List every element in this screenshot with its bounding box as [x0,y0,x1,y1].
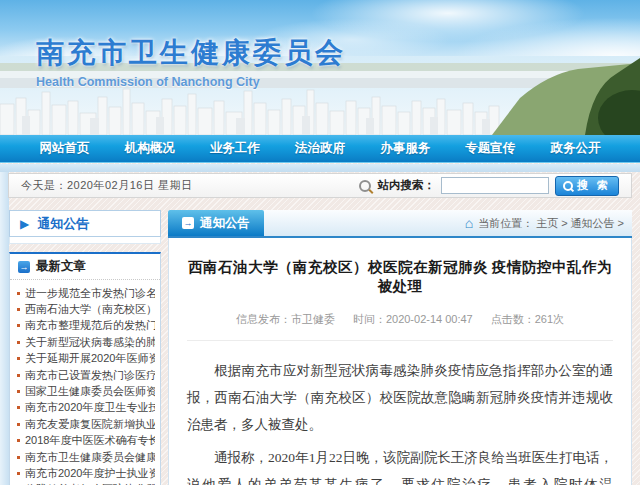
latest-article-link[interactable]: 国家卫生健康委员会医师资格考 [17,383,155,399]
search-icon [359,180,371,192]
nav-item[interactable]: 专题宣传 [465,140,515,157]
bullet-icon [17,292,20,295]
latest-article-link[interactable]: 南充市2020年度卫生专业技术资 [17,400,155,416]
article-body: 根据南充市应对新型冠状病毒感染肺炎疫情应急指挥部办公室的通报，西南石油大学（南充… [187,341,613,485]
breadcrumb: ⌂ 当前位置： 主页 > 通知公告 > [465,216,632,231]
bullet-icon [17,423,20,426]
nav-item[interactable]: 业务工作 [210,140,260,157]
sidebar-spacer [9,237,161,244]
tab-label: 通知公告 [200,215,250,232]
breadcrumb-home-link[interactable]: 主页 [536,216,558,231]
latest-article-link[interactable]: 南充市已设置发热门诊医疗机构 [17,367,155,383]
search-button-icon [563,181,573,191]
tab-arrow-icon: → [182,217,194,229]
breadcrumb-prefix: 当前位置： [478,216,533,231]
search-label: 站内搜索： [377,178,435,193]
content-tabbar: → 通知公告 ⌂ 当前位置： 主页 > 通知公告 > [168,210,632,238]
search-button[interactable]: 搜 索 [555,176,619,196]
search-button-label: 搜 索 [577,178,611,193]
left-gutter [0,166,9,485]
bullet-icon [17,406,20,409]
bullet-icon [17,308,20,311]
play-arrow-icon: ▶ [20,218,29,230]
bullet-icon [17,390,20,393]
latest-articles-title: 最新文章 [36,258,86,275]
breadcrumb-current-link[interactable]: 通知公告 [571,216,615,231]
nav-item[interactable]: 办事服务 [380,140,430,157]
latest-article-link[interactable]: 关于延期开展2020年医师资格考 [17,351,155,367]
article-paragraph: 根据南充市应对新型冠状病毒感染肺炎疫情应急指挥部办公室的通报，西南石油大学（南充… [187,357,613,438]
site-logo: 南充市卫生健康委员会 Health Commission of Nanchong… [36,34,346,89]
nav-item[interactable]: 机构概况 [125,140,175,157]
article: 西南石油大学（南充校区）校医院在新冠肺炎 疫情防控中乱作为被处理 信息发布：市卫… [168,238,632,485]
site-header: 南充市卫生健康委员会 Health Commission of Nanchong… [0,0,640,135]
main-nav: 网站首页 机构概况 业务工作 法治政府 办事服务 专题宣传 政务公开 [0,135,640,163]
latest-article-link[interactable]: 南充市卫生健康委员会健康文化 [17,449,155,465]
info-bar: 今天是：2020年02月16日 星期日 站内搜索： 搜 索 [8,173,632,198]
latest-article-link[interactable]: 南充市整理规范后的发热门诊医 [17,318,155,334]
search-input[interactable] [441,177,549,194]
latest-article-link[interactable]: 南充市2020年度护士执业资格考 [17,465,155,481]
sidebar: ▶ 通知公告 → 最新文章 进一步规范全市发热门诊名单 西南石油大学（南充校区）… [9,210,161,485]
latest-article-link[interactable]: 进一步规范全市发热门诊名单 [17,285,155,301]
latest-articles-list: 进一步规范全市发热门诊名单 西南石油大学（南充校区）校医 南充市整理规范后的发热… [10,280,160,485]
sidebar-section-label: 通知公告 [37,215,89,233]
breadcrumb-separator: > [618,217,624,229]
breadcrumb-separator: > [561,217,567,229]
bullet-icon [17,357,20,360]
arrow-square-icon: → [18,261,30,273]
nav-item[interactable]: 网站首页 [40,140,90,157]
latest-article-link[interactable]: 南充友爱康复医院新增执业地址 [17,416,155,432]
bullet-icon [17,374,20,377]
nav-item[interactable]: 政务公开 [550,140,600,157]
article-meta-item: 信息发布：市卫健委 [236,313,335,325]
site-subtitle: Health Commission of Nanchong City [36,75,346,89]
bullet-icon [17,439,20,442]
article-paragraph: 通报称，2020年1月22日晚，该院副院长王济良给当班医生打电话，说他爱人的弟弟… [187,444,613,485]
current-date: 今天是：2020年02月16日 星期日 [21,178,193,193]
home-icon: ⌂ [465,216,473,230]
nav-underline [0,164,640,172]
article-meta-item: 点击数：261次 [491,313,564,325]
latest-article-link[interactable]: 西南石油大学（南充校区）校医 [17,301,155,317]
site-search: 站内搜索： 搜 索 [359,176,619,196]
article-meta-item: 时间：2020-02-14 00:47 [353,313,473,325]
bullet-icon [17,324,20,327]
latest-articles-box: → 最新文章 进一步规范全市发热门诊名单 西南石油大学（南充校区）校医 南充市整… [9,252,161,485]
tab-notice[interactable]: → 通知公告 [168,210,264,236]
bullet-icon [17,472,20,475]
bullet-icon [17,456,20,459]
site-title: 南充市卫生健康委员会 [36,34,346,72]
bullet-icon [17,341,20,344]
latest-article-link[interactable]: 2018年度中医医术确有专长人员 [17,433,155,449]
article-meta: 信息发布：市卫健委时间：2020-02-14 00:47点击数：261次 [187,312,613,341]
article-title: 西南石油大学（南充校区）校医院在新冠肺炎 疫情防控中乱作为被处理 [187,258,613,296]
main-content: → 通知公告 ⌂ 当前位置： 主页 > 通知公告 > 西南石油大学（南充校区）校… [168,210,632,485]
sidebar-section-notice[interactable]: ▶ 通知公告 [9,210,161,237]
nav-item[interactable]: 法治政府 [295,140,345,157]
latest-article-link[interactable]: 关于新型冠状病毒感染的肺炎防 [17,334,155,350]
latest-articles-header: → 最新文章 [10,254,160,280]
